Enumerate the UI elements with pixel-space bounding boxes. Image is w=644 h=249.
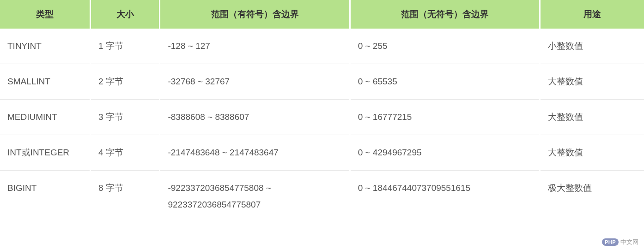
cell-usage: 大整数值 [540,64,644,100]
table-row: BIGINT 8 字节 -9223372036854775808 ~ 92233… [0,171,644,223]
cell-unsigned: 0 ~ 65535 [350,64,540,100]
cell-usage: 小整数值 [540,29,644,64]
cell-signed: -9223372036854775808 ~ 92233720368547758… [160,171,350,223]
cell-type: BIGINT [0,171,91,223]
cell-signed: -128 ~ 127 [160,29,350,64]
table-row: MEDIUMINT 3 字节 -8388608 ~ 8388607 0 ~ 16… [0,100,644,135]
cell-usage: 大整数值 [540,100,644,135]
cell-type: TINYINT [0,29,91,64]
cell-signed: -32768 ~ 32767 [160,64,350,100]
cell-unsigned: 0 ~ 255 [350,29,540,64]
header-signed: 范围（有符号）含边界 [160,0,350,29]
cell-unsigned: 0 ~ 4294967295 [350,135,540,171]
cell-unsigned: 0 ~ 16777215 [350,100,540,135]
header-unsigned: 范围（无符号）含边界 [350,0,540,29]
cell-signed: -8388608 ~ 8388607 [160,100,350,135]
cell-size: 4 字节 [91,135,160,171]
header-usage: 用途 [540,0,644,29]
cell-size: 8 字节 [91,171,160,223]
cell-signed: -2147483648 ~ 2147483647 [160,135,350,171]
cell-unsigned: 0 ~ 18446744073709551615 [350,171,540,223]
table-row: TINYINT 1 字节 -128 ~ 127 0 ~ 255 小整数值 [0,29,644,64]
cell-usage: 极大整数值 [540,171,644,223]
cell-type: MEDIUMINT [0,100,91,135]
cell-size: 1 字节 [91,29,160,64]
table-row: INT或INTEGER 4 字节 -2147483648 ~ 214748364… [0,135,644,171]
table-header-row: 类型 大小 范围（有符号）含边界 范围（无符号）含边界 用途 [0,0,644,29]
cell-size: 3 字节 [91,100,160,135]
header-type: 类型 [0,0,91,29]
table-row: SMALLINT 2 字节 -32768 ~ 32767 0 ~ 65535 大… [0,64,644,100]
cell-usage: 大整数值 [540,135,644,171]
integer-types-table: 类型 大小 范围（有符号）含边界 范围（无符号）含边界 用途 TINYINT 1… [0,0,644,223]
cell-type: SMALLINT [0,64,91,100]
header-size: 大小 [91,0,160,29]
cell-size: 2 字节 [91,64,160,100]
cell-type: INT或INTEGER [0,135,91,171]
